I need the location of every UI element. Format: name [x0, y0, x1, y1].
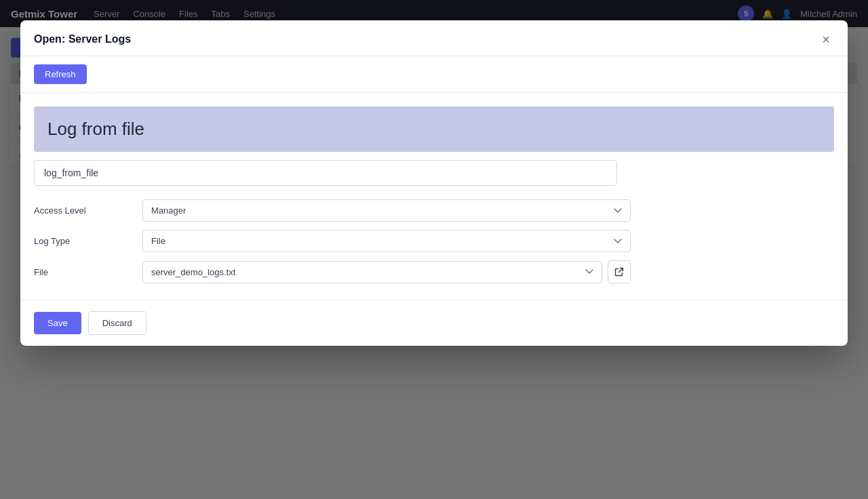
refresh-button[interactable]: Refresh [34, 64, 87, 84]
modal-title: Open: Server Logs [34, 33, 131, 45]
file-select[interactable]: server_demo_logs.txt access.log error.lo… [142, 261, 602, 283]
save-button[interactable]: Save [34, 312, 81, 334]
external-link-button[interactable] [608, 260, 631, 283]
modal-backdrop: Open: Server Logs × Refresh Log from fil… [0, 0, 868, 499]
external-link-icon [614, 267, 624, 277]
log-name-input[interactable] [34, 160, 617, 186]
server-logs-modal: Open: Server Logs × Refresh Log from fil… [20, 20, 848, 346]
form-fields: Access Level Manager Admin User Guest Lo… [34, 199, 631, 283]
file-label: File [34, 267, 142, 277]
log-type-label: Log Type [34, 236, 142, 246]
modal-footer: Save Discard [20, 300, 848, 346]
file-row: server_demo_logs.txt access.log error.lo… [142, 260, 631, 283]
log-name-display: Log from file [34, 106, 834, 152]
discard-button[interactable]: Discard [88, 311, 146, 335]
log-type-select[interactable]: File Command System [142, 230, 631, 252]
close-button[interactable]: × [818, 31, 834, 47]
modal-toolbar: Refresh [20, 56, 848, 93]
modal-header: Open: Server Logs × [20, 20, 848, 56]
access-level-select[interactable]: Manager Admin User Guest [142, 199, 631, 222]
access-level-label: Access Level [34, 205, 142, 216]
modal-body: Log from file Access Level Manager Admin… [20, 93, 848, 300]
